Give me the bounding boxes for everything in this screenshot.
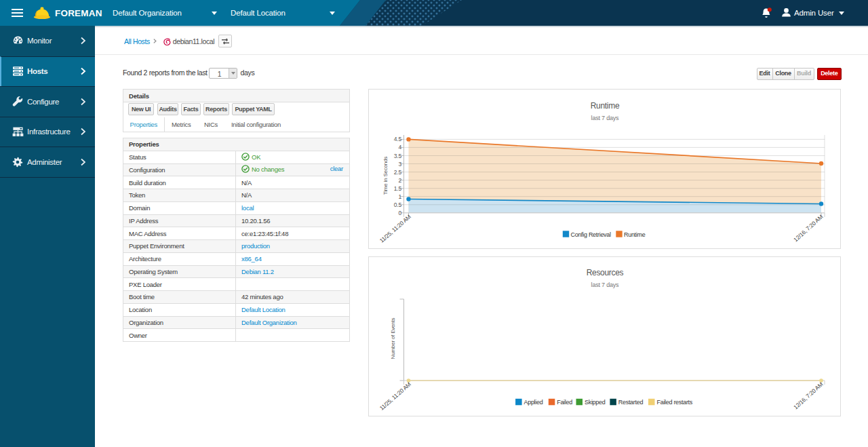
svg-text:0.5: 0.5	[394, 201, 402, 208]
svg-text:11/25, 11:20 AM: 11/25, 11:20 AM	[378, 381, 412, 411]
svg-text:Applied: Applied	[524, 399, 543, 406]
svg-text:1.5: 1.5	[394, 185, 402, 192]
svg-text:last 7 days: last 7 days	[591, 115, 620, 121]
svg-text:12/16, 7:20 AM: 12/16, 7:20 AM	[792, 381, 824, 410]
svg-text:1: 1	[398, 193, 401, 200]
svg-text:Time in Seconds: Time in Seconds	[382, 157, 389, 195]
svg-text:2.5: 2.5	[394, 169, 402, 176]
svg-text:Config Retrieval: Config Retrieval	[571, 231, 612, 238]
svg-text:4.5: 4.5	[394, 136, 402, 142]
svg-text:Restarted: Restarted	[618, 399, 644, 406]
svg-text:4: 4	[398, 144, 401, 151]
svg-text:last 7 days: last 7 days	[591, 281, 620, 288]
svg-text:Number of Events: Number of Events	[390, 317, 396, 359]
svg-text:2: 2	[398, 177, 401, 184]
svg-text:Runtime: Runtime	[624, 231, 646, 238]
svg-text:11/25, 11:20 AM: 11/25, 11:20 AM	[378, 213, 412, 244]
svg-text:12/16, 7:20 AM: 12/16, 7:20 AM	[792, 213, 824, 243]
svg-text:3.5: 3.5	[394, 153, 402, 159]
svg-text:Failed restarts: Failed restarts	[657, 399, 693, 406]
svg-text:Runtime: Runtime	[591, 101, 620, 111]
svg-text:Failed: Failed	[557, 399, 572, 406]
svg-text:3: 3	[398, 161, 401, 168]
svg-text:Skipped: Skipped	[585, 399, 606, 406]
svg-text:0: 0	[398, 210, 401, 216]
svg-text:Resources: Resources	[587, 268, 624, 277]
